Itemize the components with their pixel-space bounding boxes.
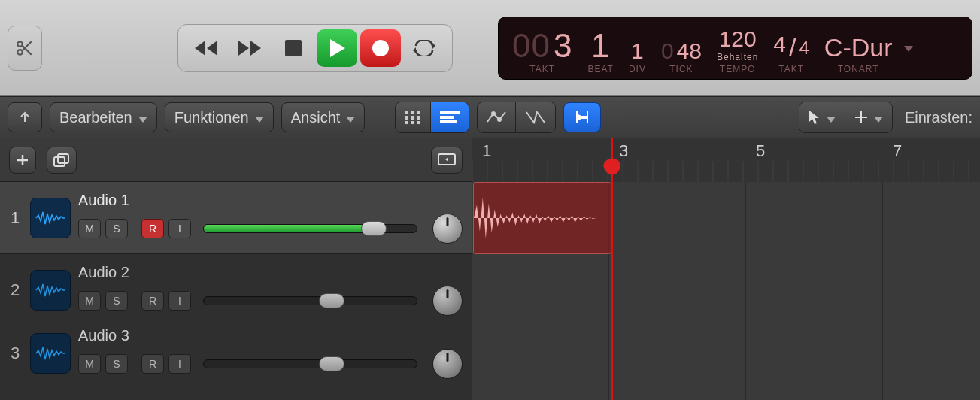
mute-button[interactable]: M — [78, 354, 101, 374]
track-name[interactable]: Audio 1 — [78, 192, 463, 209]
lcd-tempo[interactable]: 120 Behalten TEMPO — [709, 22, 766, 74]
pointer-icon — [809, 110, 821, 125]
svg-rect-26 — [581, 116, 587, 119]
lcd-tsig[interactable]: 4 / 4 TAKT — [766, 22, 817, 74]
view-menu[interactable]: Ansicht — [281, 102, 366, 132]
view-menu-label: Ansicht — [291, 109, 341, 126]
ruler-bar-number: 5 — [756, 141, 765, 161]
edit-menu-label: Bearbeiten — [59, 109, 132, 126]
global-tracks-button[interactable] — [431, 147, 463, 174]
add-track-button[interactable] — [9, 147, 36, 174]
solo-button[interactable]: S — [105, 354, 128, 374]
plus-icon — [16, 153, 29, 167]
lcd-beat-label: BEAT — [587, 64, 613, 74]
track-number: 3 — [0, 344, 30, 363]
input-monitor-button[interactable]: I — [168, 291, 191, 311]
input-monitor-button[interactable]: I — [168, 354, 191, 374]
pan-knob[interactable] — [432, 214, 463, 244]
track-icon[interactable] — [30, 198, 71, 238]
volume-slider[interactable] — [203, 359, 417, 368]
track-name[interactable]: Audio 2 — [78, 264, 463, 281]
record-button[interactable] — [360, 29, 401, 67]
lcd-beat-value: 1 — [591, 29, 610, 62]
lcd-bar-value: 3 — [554, 29, 572, 62]
ruler-bar-number: 3 — [619, 141, 628, 161]
playhead[interactable] — [611, 138, 613, 400]
record-enable-button[interactable]: R — [141, 219, 164, 238]
track-row[interactable]: 3 Audio 3 M S R I — [0, 326, 472, 380]
catch-playhead-button[interactable] — [563, 102, 601, 132]
fast-forward-button[interactable] — [229, 29, 270, 67]
cycle-button[interactable] — [404, 29, 444, 67]
track-row[interactable]: 2 Audio 2 M S R I — [0, 254, 472, 326]
volume-slider[interactable] — [203, 224, 417, 233]
flex-button[interactable] — [516, 102, 555, 132]
svg-rect-12 — [411, 111, 414, 114]
svg-rect-13 — [417, 111, 420, 114]
chevron-down-icon — [827, 109, 836, 126]
track-name[interactable]: Audio 3 — [78, 327, 463, 344]
svg-rect-29 — [58, 154, 68, 163]
svg-marker-9 — [432, 43, 435, 49]
automation-icon — [487, 111, 506, 124]
audio-region[interactable] — [473, 182, 611, 254]
record-enable-button[interactable]: R — [141, 354, 164, 374]
svg-point-23 — [492, 112, 495, 115]
automation-button[interactable] — [478, 102, 516, 132]
solo-button[interactable]: S — [105, 291, 128, 311]
functions-menu[interactable]: Funktionen — [165, 102, 274, 132]
svg-rect-6 — [285, 40, 302, 56]
lcd-div-label: DIV — [629, 64, 646, 74]
input-monitor-button[interactable]: I — [168, 219, 191, 238]
volume-slider[interactable] — [203, 296, 417, 305]
right-tool-menu[interactable] — [845, 102, 892, 132]
chevron-down-icon — [138, 109, 147, 126]
pan-knob[interactable] — [432, 286, 463, 316]
lcd-div[interactable]: 1 DIV — [621, 22, 654, 74]
left-tool-menu[interactable] — [799, 102, 845, 132]
cycle-area[interactable] — [472, 161, 980, 182]
scissors-tool-button[interactable] — [8, 26, 42, 71]
solo-button[interactable]: S — [105, 219, 128, 238]
region-grid-button[interactable] — [396, 102, 431, 132]
lcd-dropdown[interactable] — [900, 22, 917, 74]
duplicate-track-button[interactable] — [47, 147, 77, 174]
marquee-icon — [854, 111, 868, 124]
lcd-tsig-label: TAKT — [778, 64, 804, 74]
lcd-key[interactable]: C-Dur TONART — [817, 22, 900, 74]
track-number: 2 — [0, 280, 30, 300]
mute-button[interactable]: M — [78, 291, 101, 311]
lcd-tick[interactable]: 0 48 TICK — [654, 22, 709, 74]
lcd-key-label: TONART — [838, 64, 879, 74]
region-name-button[interactable] — [431, 102, 469, 132]
edit-menu[interactable]: Bearbeiten — [50, 102, 157, 132]
lcd-tick-value: 48 — [677, 40, 702, 62]
ruler-bar-number: 1 — [482, 141, 491, 161]
rewind-button[interactable] — [186, 29, 226, 67]
hide-inspector-button[interactable] — [8, 102, 42, 132]
waveform-icon — [35, 344, 65, 362]
svg-rect-18 — [411, 121, 414, 124]
duplicate-icon — [53, 153, 70, 167]
track-icon[interactable] — [30, 333, 71, 374]
svg-rect-11 — [405, 111, 408, 114]
mute-button[interactable]: M — [78, 219, 101, 238]
pan-knob[interactable] — [432, 349, 463, 379]
play-button[interactable] — [317, 29, 357, 67]
timeline-ruler[interactable]: 1 3 5 7 — [472, 138, 980, 182]
lcd-beat[interactable]: 1 BEAT — [580, 22, 620, 74]
track-icon[interactable] — [30, 270, 71, 311]
cycle-icon — [413, 40, 435, 56]
track-row[interactable]: 1 Audio 1 M S R I — [0, 182, 472, 254]
svg-marker-3 — [207, 41, 217, 56]
stop-button[interactable] — [273, 29, 314, 67]
main-toolbar: 00 3 TAKT 1 BEAT 1 DIV 0 48 TICK 120 Beh… — [0, 0, 980, 96]
svg-marker-2 — [195, 41, 205, 56]
record-enable-button[interactable]: R — [141, 291, 164, 311]
lcd-bar-label: TAKT — [529, 64, 555, 74]
tracks-toolbar: Bearbeiten Funktionen Ansicht — [0, 96, 980, 138]
lcd-tempo-mode: Behalten — [717, 52, 758, 62]
svg-marker-10 — [413, 47, 416, 53]
lcd-bar[interactable]: 00 3 TAKT — [505, 22, 580, 74]
record-icon — [372, 39, 390, 57]
